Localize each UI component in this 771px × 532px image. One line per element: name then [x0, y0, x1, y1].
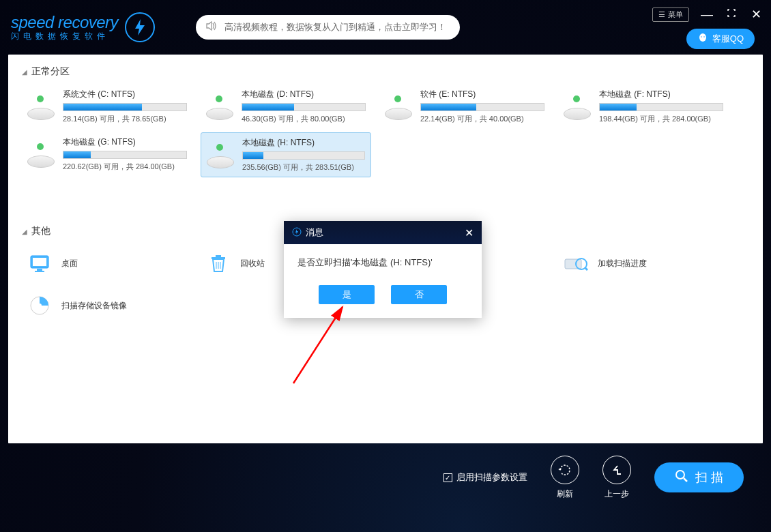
disk-icon [385, 91, 413, 120]
dialog-close-button[interactable]: ✕ [465, 226, 474, 239]
usage-bar [242, 103, 366, 111]
app-logo: speed recovery 闪电数据恢复软件 [11, 12, 155, 42]
hamburger-icon: ☰ [658, 10, 665, 19]
drive-item[interactable]: 本地磁盘 (G: NTFS) 220.62(GB) 可用，共 284.00(GB… [22, 132, 192, 177]
footer-bar: ✓ 启用扫描参数设置 刷新 上一步 扫 描 [0, 443, 771, 512]
svg-rect-5 [37, 269, 42, 271]
recycle-icon [206, 251, 231, 276]
svg-point-13 [38, 304, 42, 308]
dialog-message: 是否立即扫描'本地磁盘 (H: NTFS)' [284, 244, 482, 277]
dialog-app-icon [292, 227, 302, 239]
scan-params-checkbox[interactable]: ✓ 启用扫描参数设置 [443, 471, 527, 484]
drive-stats: 22.14(GB) 可用，共 40.00(GB) [420, 114, 544, 124]
svg-rect-4 [33, 258, 46, 266]
image-icon [27, 293, 52, 318]
other-item-label: 扫描存储设备镜像 [61, 300, 127, 312]
customer-service-button[interactable]: 客服QQ [686, 29, 755, 49]
drive-name: 本地磁盘 (G: NTFS) [63, 136, 187, 148]
refresh-button[interactable]: 刷新 [551, 456, 579, 500]
disk-icon [564, 91, 592, 120]
dialog-no-button[interactable]: 否 [391, 285, 447, 304]
load-progress-icon [564, 251, 588, 276]
drive-stats: 220.62(GB) 可用，共 284.00(GB) [63, 162, 187, 172]
usage-bar [242, 151, 365, 160]
drive-name: 系统文件 (C: NTFS) [63, 89, 187, 100]
collapse-icon: ◢ [22, 228, 27, 235]
qq-icon [697, 33, 708, 46]
checkbox-icon: ✓ [443, 473, 452, 482]
usage-bar [63, 151, 187, 159]
close-button[interactable]: ✕ [749, 7, 763, 22]
usage-bar [599, 103, 723, 111]
notice-bar[interactable]: 高清视频教程，数据恢复从入门到精通，点击立即学习！ [196, 15, 460, 40]
normal-partition-header[interactable]: ◢ 正常分区 [22, 65, 749, 78]
drive-name: 本地磁盘 (H: NTFS) [242, 137, 365, 149]
menu-button[interactable]: ☰ 菜单 [652, 8, 689, 22]
logo-main-text: speed recovery [11, 13, 118, 32]
lightning-icon [125, 12, 155, 42]
refresh-icon [551, 456, 579, 484]
drive-item[interactable]: 软件 (E: NTFS) 22.14(GB) 可用，共 40.00(GB) [379, 85, 550, 128]
svg-rect-6 [35, 271, 44, 272]
drive-item[interactable]: 本地磁盘 (F: NTFS) 198.44(GB) 可用，共 284.00(GB… [558, 85, 729, 128]
logo-sub-text: 闪电数据恢复软件 [11, 31, 118, 42]
other-item[interactable]: 桌面 [22, 244, 192, 282]
drive-name: 软件 (E: NTFS) [420, 89, 544, 100]
svg-point-14 [676, 471, 684, 479]
svg-rect-7 [212, 257, 225, 259]
drive-item[interactable]: 系统文件 (C: NTFS) 28.14(GB) 可用，共 78.65(GB) [22, 85, 192, 128]
minimize-button[interactable]: — [700, 8, 714, 22]
drive-item[interactable]: 本地磁盘 (D: NTFS) 46.30(GB) 可用，共 80.00(GB) [201, 85, 371, 128]
speaker-icon [205, 20, 218, 35]
svg-rect-8 [216, 255, 221, 257]
maximize-button[interactable] [725, 8, 738, 22]
drive-name: 本地磁盘 (D: NTFS) [242, 89, 366, 100]
other-item[interactable]: 加载扫描进度 [558, 244, 729, 282]
confirm-dialog: 消息 ✕ 是否立即扫描'本地磁盘 (H: NTFS)' 是 否 [284, 221, 482, 318]
svg-point-2 [703, 36, 705, 38]
drive-name: 本地磁盘 (F: NTFS) [599, 89, 723, 100]
back-icon [602, 456, 631, 484]
other-item[interactable]: 扫描存储设备镜像 [22, 286, 192, 325]
svg-line-11 [585, 267, 587, 270]
disk-icon [27, 91, 56, 120]
dialog-yes-button[interactable]: 是 [319, 285, 375, 304]
drive-stats: 235.56(GB) 可用，共 283.51(GB) [242, 162, 365, 173]
search-icon [675, 469, 688, 486]
disk-icon [207, 140, 235, 168]
collapse-icon: ◢ [22, 68, 27, 76]
usage-bar [420, 103, 544, 111]
other-item-label: 加载扫描进度 [598, 258, 647, 269]
window-controls: ☰ 菜单 — ✕ [652, 7, 763, 22]
other-item-label: 桌面 [61, 258, 78, 269]
drive-stats: 46.30(GB) 可用，共 80.00(GB) [242, 114, 366, 124]
desktop-icon [27, 251, 52, 276]
disk-icon [206, 91, 235, 120]
svg-rect-9 [565, 259, 581, 269]
drive-stats: 198.44(GB) 可用，共 284.00(GB) [599, 114, 723, 124]
usage-bar [63, 103, 187, 111]
drive-stats: 28.14(GB) 可用，共 78.65(GB) [63, 114, 187, 124]
svg-point-0 [699, 33, 706, 42]
svg-line-15 [684, 478, 687, 482]
drive-item[interactable]: 本地磁盘 (H: NTFS) 235.56(GB) 可用，共 283.51(GB… [201, 132, 371, 177]
back-button[interactable]: 上一步 [602, 456, 631, 500]
drive-grid: 系统文件 (C: NTFS) 28.14(GB) 可用，共 78.65(GB) … [22, 85, 749, 177]
notice-text: 高清视频教程，数据恢复从入门到精通，点击立即学习！ [224, 21, 446, 33]
dialog-titlebar: 消息 ✕ [284, 221, 482, 244]
disk-icon [27, 139, 56, 168]
svg-point-1 [701, 36, 702, 38]
app-header: speed recovery 闪电数据恢复软件 高清视频教程，数据恢复从入门到精… [0, 0, 771, 55]
scan-button[interactable]: 扫 描 [654, 462, 744, 492]
other-item-label: 回收站 [240, 258, 265, 269]
